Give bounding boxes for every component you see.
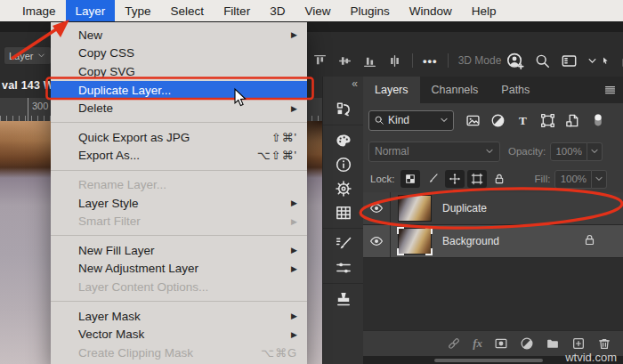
layer-thumbnail[interactable] bbox=[398, 228, 432, 255]
new-adjustment-layer-button[interactable] bbox=[520, 336, 534, 351]
menu-item-copy-css[interactable]: Copy CSS bbox=[51, 44, 307, 63]
align-vertical-centers-icon[interactable] bbox=[337, 53, 352, 69]
history-icon[interactable] bbox=[335, 101, 352, 118]
workspace-switcher-icon[interactable] bbox=[561, 53, 578, 69]
menu-item-label: Create Clipping Mask bbox=[78, 346, 193, 360]
blend-mode-value: Normal bbox=[375, 145, 409, 158]
blend-mode-dropdown[interactable]: Normal bbox=[368, 142, 500, 162]
layer-style-fx-button[interactable]: fx bbox=[473, 336, 482, 351]
fill-value[interactable]: 100% bbox=[554, 170, 592, 189]
filter-kind-dropdown[interactable]: Kind bbox=[368, 110, 454, 131]
scrollbar-thumb[interactable] bbox=[434, 359, 543, 362]
chevron-down-icon[interactable] bbox=[587, 56, 597, 66]
align-top-edges-icon[interactable] bbox=[312, 53, 328, 69]
menubar-item-type[interactable]: Type bbox=[115, 0, 160, 21]
menu-item-label: Vector Mask bbox=[78, 328, 144, 341]
tool-presets-icon[interactable] bbox=[335, 259, 352, 277]
layer-row-duplicate[interactable]: Duplicate bbox=[363, 192, 623, 225]
visibility-toggle[interactable] bbox=[363, 225, 391, 257]
menubar-item-layer[interactable]: Layer bbox=[66, 0, 116, 21]
menu-separator bbox=[51, 235, 307, 236]
brush-settings-icon[interactable] bbox=[335, 235, 352, 253]
layer-row-background[interactable]: Background bbox=[363, 225, 623, 258]
lock-position-button[interactable] bbox=[445, 170, 465, 188]
lock-position-icon bbox=[449, 173, 461, 185]
opacity-value[interactable]: 100% bbox=[550, 142, 587, 161]
menubar-item-image[interactable]: Image bbox=[12, 0, 66, 21]
auto-select-dropdown[interactable]: Layer bbox=[4, 46, 52, 65]
menubar-item-window[interactable]: Window bbox=[400, 0, 462, 21]
align-bottom-edges-icon[interactable] bbox=[362, 53, 377, 69]
add-layer-mask-button[interactable] bbox=[494, 336, 508, 351]
menubar-item-plugins[interactable]: Plugins bbox=[340, 0, 399, 21]
menubar-item-view[interactable]: View bbox=[295, 0, 340, 21]
panel-menu-icon[interactable] bbox=[603, 84, 617, 96]
menu-item-duplicate-layer[interactable]: Duplicate Layer... bbox=[51, 81, 307, 100]
new-group-button[interactable] bbox=[546, 336, 560, 351]
shape-layer-filter-icon[interactable] bbox=[540, 113, 555, 128]
tool-cursor-icon[interactable] bbox=[601, 56, 611, 66]
pixel-layer-filter-icon[interactable] bbox=[465, 113, 481, 128]
document-tab-title[interactable]: val 143 W bbox=[2, 79, 54, 92]
watermark: wtvid.com bbox=[565, 351, 617, 364]
collapse-panels-icon[interactable]: « bbox=[352, 77, 357, 90]
dock-group bbox=[323, 229, 363, 284]
menubar-item-help[interactable]: Help bbox=[462, 0, 506, 21]
menubar-item-select[interactable]: Select bbox=[161, 0, 214, 21]
lock-image-pixels-button[interactable] bbox=[423, 170, 442, 188]
distribute-horizontal-centers-icon[interactable] bbox=[387, 53, 402, 69]
layer-thumbnail[interactable] bbox=[398, 195, 432, 222]
menu-item-rename-layer: Rename Layer... bbox=[51, 175, 307, 194]
eye-icon bbox=[369, 201, 384, 215]
lock-row: Lock: Fill: 100% bbox=[363, 166, 623, 192]
toolbar-divider bbox=[412, 53, 413, 68]
menu-item-layer-style[interactable]: Layer Style▶ bbox=[51, 194, 307, 213]
adjustment-layer-filter-icon[interactable] bbox=[490, 113, 506, 128]
lock-transparent-pixels-button[interactable] bbox=[400, 170, 420, 188]
swatches-icon[interactable] bbox=[335, 132, 352, 150]
menu-item-new-fill-layer[interactable]: New Fill Layer▶ bbox=[51, 241, 307, 260]
lock-artboard-button[interactable] bbox=[467, 170, 487, 188]
tab-layers[interactable]: Layers bbox=[363, 77, 420, 103]
opacity-dropdown-button[interactable] bbox=[587, 142, 603, 161]
menu-item-new[interactable]: New▶ bbox=[51, 26, 307, 44]
menu-item-label: Layer Mask bbox=[78, 310, 141, 323]
menu-item-export-as[interactable]: Export As...⌥⇧⌘' bbox=[51, 147, 307, 166]
clone-stamp-icon[interactable] bbox=[335, 290, 352, 308]
menu-item-delete[interactable]: Delete▶ bbox=[51, 99, 307, 117]
panel-dock: « bbox=[322, 77, 363, 364]
info-icon[interactable] bbox=[335, 156, 352, 174]
menubar-item-filter[interactable]: Filter bbox=[214, 0, 260, 21]
thumb-corner bbox=[425, 248, 433, 255]
new-layer-button[interactable] bbox=[571, 336, 586, 351]
menu-item-smart-filter: Smart Filter▶ bbox=[51, 212, 307, 231]
more-options-button[interactable]: ••• bbox=[423, 54, 438, 68]
thumb-corner bbox=[425, 227, 433, 234]
menu-item-copy-svg[interactable]: Copy SVG bbox=[51, 62, 307, 81]
add-account-icon[interactable] bbox=[506, 52, 524, 70]
menu-item-label: Delete bbox=[78, 101, 113, 115]
chevron-down-icon bbox=[37, 52, 45, 60]
type-layer-filter-icon[interactable]: T bbox=[515, 113, 530, 128]
delete-layer-button[interactable] bbox=[597, 336, 611, 351]
thumb-corner bbox=[397, 248, 404, 255]
menu-item-quick-export-as-jpg[interactable]: Quick Export as JPG⇧⌘' bbox=[51, 128, 307, 147]
search-icon[interactable] bbox=[534, 53, 551, 69]
search-icon bbox=[374, 115, 384, 125]
tab-paths[interactable]: Paths bbox=[490, 77, 541, 103]
navigator-wheel-icon[interactable] bbox=[335, 180, 352, 198]
tab-channels[interactable]: Channels bbox=[420, 77, 490, 103]
grid-tables-icon[interactable] bbox=[335, 204, 352, 222]
menu-item-vector-mask[interactable]: Vector Mask▶ bbox=[51, 325, 307, 344]
link-layers-button[interactable] bbox=[447, 336, 461, 351]
chevron-down-icon bbox=[485, 147, 494, 156]
visibility-toggle[interactable] bbox=[363, 192, 391, 224]
photoshop-window: ImageLayerTypeSelectFilter3DViewPluginsW… bbox=[0, 0, 623, 364]
smart-object-filter-icon[interactable] bbox=[565, 113, 580, 128]
fill-dropdown-button[interactable] bbox=[592, 170, 607, 189]
menu-item-layer-mask[interactable]: Layer Mask▶ bbox=[51, 307, 307, 326]
filter-toggle-icon[interactable] bbox=[590, 112, 606, 128]
lock-all-button[interactable] bbox=[490, 170, 509, 188]
menubar-item-3d[interactable]: 3D bbox=[260, 0, 295, 21]
menu-item-new-adjustment-layer[interactable]: New Adjustment Layer▶ bbox=[51, 260, 307, 279]
